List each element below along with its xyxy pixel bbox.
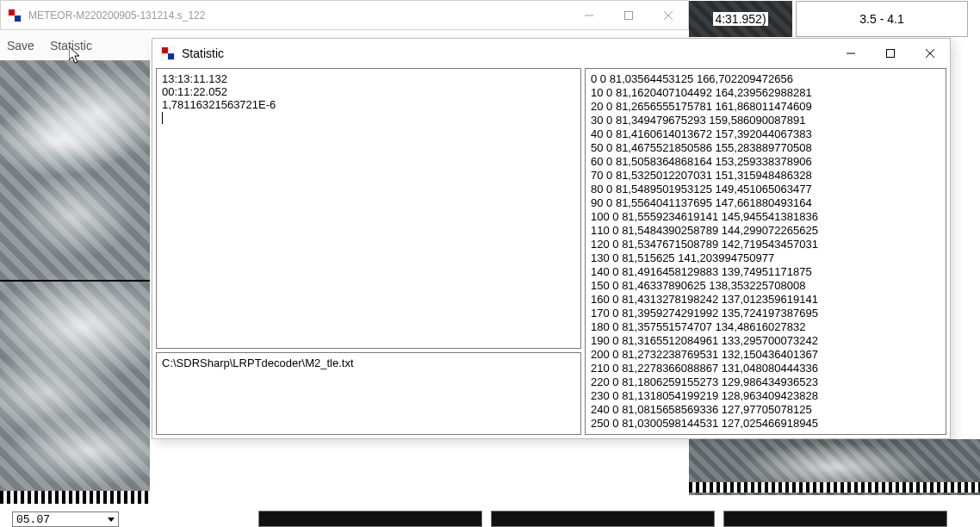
close-button[interactable]	[648, 3, 688, 28]
svg-rect-8	[162, 47, 168, 53]
statistic-window-controls	[831, 40, 950, 66]
app-icon	[8, 9, 22, 22]
svg-rect-2	[15, 16, 21, 22]
statistic-left-bottom-textarea[interactable]: C:\SDRSharp\LRPTdecoder\M2_tle.txt	[156, 352, 581, 435]
bottom-panel-1	[258, 511, 482, 527]
statistic-titlebar[interactable]: Statistic	[152, 39, 950, 68]
minimize-button[interactable]	[569, 3, 609, 28]
header-right-cell-2: 3.5 - 4.1	[796, 1, 968, 37]
statistic-window-title: Statistic	[182, 46, 831, 60]
svg-rect-4	[625, 11, 633, 19]
satellite-image-left	[0, 60, 150, 504]
bottom-panel-3	[723, 511, 947, 527]
menu-statistic[interactable]: Statistic	[50, 39, 92, 53]
header-right-cell-1: 4:31.952)	[689, 1, 792, 37]
main-menu-bar: Save Statistic	[0, 31, 150, 60]
main-window-controls	[569, 3, 688, 28]
app-icon	[161, 46, 175, 60]
bottom-panels	[258, 511, 947, 527]
maximize-button[interactable]	[609, 3, 648, 28]
statistic-left-top-textarea[interactable]: 13:13:11.132 00:11:22.052 1,781163215637…	[156, 68, 581, 349]
statistic-right-textarea[interactable]: 0 0 81,03564453125 166,702209472656 10 0…	[585, 68, 946, 435]
svg-rect-11	[887, 50, 895, 58]
main-window-title: METEOR-M220200905-131214.s_122	[27, 9, 569, 22]
header-right-text-1: 4:31.952)	[713, 12, 767, 26]
satellite-image-right	[689, 439, 980, 495]
minimize-button[interactable]	[831, 40, 871, 66]
svg-rect-9	[168, 53, 174, 59]
bottom-combobox-value: 05.07	[16, 513, 50, 526]
bottom-combobox[interactable]: 05.07	[12, 512, 119, 527]
statistic-left-column: 13:13:11.132 00:11:22.052 1,781163215637…	[152, 68, 585, 438]
statistic-window: Statistic 13:13:11.132 00:11:22.052 1,78…	[152, 38, 951, 439]
svg-rect-1	[9, 9, 15, 16]
main-window-titlebar: METEOR-M220200905-131214.s_122	[0, 0, 689, 30]
bottom-panel-2	[491, 511, 715, 527]
tle-file-path: C:\SDRSharp\LRPTdecoder\M2_tle.txt	[162, 356, 354, 369]
header-right-strip: 4:31.952) 3.5 - 4.1	[689, 0, 980, 38]
maximize-button[interactable]	[871, 40, 910, 66]
close-button[interactable]	[910, 40, 950, 66]
statistic-body: 13:13:11.132 00:11:22.052 1,781163215637…	[152, 68, 950, 438]
menu-save[interactable]: Save	[7, 39, 34, 53]
header-right-text-2: 3.5 - 4.1	[859, 12, 903, 26]
chevron-down-icon	[108, 518, 115, 522]
